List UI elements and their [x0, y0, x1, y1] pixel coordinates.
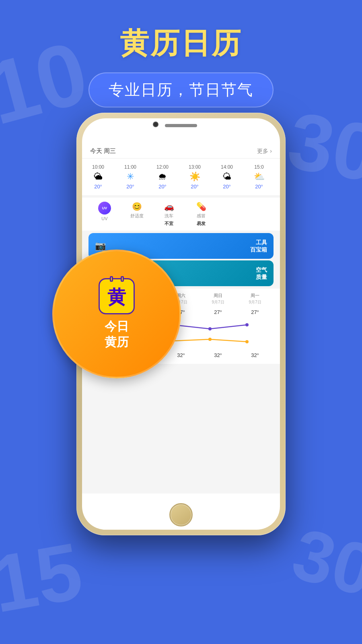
subtitle-pill: 专业日历，节日节气 [88, 72, 274, 107]
weather-more-link[interactable]: 更多 › [257, 148, 272, 155]
life-item-carwash: 🚗 洗车 不宜 [153, 202, 185, 227]
circle-text-line1: 今日 [105, 318, 129, 334]
circle-overlay: 黄 今日 黄历 [52, 250, 181, 378]
ring-left [110, 276, 113, 282]
circle-text-line2: 黄历 [105, 334, 129, 350]
home-button[interactable] [169, 503, 193, 526]
circle-text: 今日 黄历 [105, 318, 129, 350]
hourly-item-3: 13:00 ☀️ 20° [179, 163, 211, 191]
hourly-item-4: 14:00 🌤 20° [211, 163, 243, 191]
hourly-item-1: 11:00 ✳ 20° [114, 163, 146, 191]
day-col-3: 周日 9月7日 [200, 293, 237, 305]
watermark-2: 30 [281, 93, 362, 200]
home-button-inner [171, 504, 191, 525]
hourly-scroll: 10:00 🌥 20° 11:00 ✳ 20° 12:00 🌧 20° [82, 159, 280, 195]
calendar-rings [106, 276, 128, 282]
life-item-uv: UV UV [88, 202, 121, 227]
calendar-icon: 黄 [99, 278, 135, 314]
phone-wrapper: 今天 周三 更多 › 10:00 🌥 20° 11:00 ✳ 20° [76, 113, 286, 535]
ring-right [121, 276, 124, 282]
watermark-4: 30 [284, 512, 362, 613]
svg-point-3 [208, 327, 212, 330]
life-item-comfort: 😊 舒适度 [121, 202, 153, 227]
phone-speaker [165, 124, 197, 127]
svg-point-9 [245, 340, 249, 343]
svg-point-4 [245, 323, 249, 326]
day-col-4: 周一 9月7日 [237, 293, 274, 305]
weather-header: 今天 周三 更多 › [82, 142, 280, 159]
life-index: UV UV 😊 舒适度 🚗 洗车 不宜 💊 [82, 198, 280, 231]
header-section: 黄历日历 专业日历，节日节气 [0, 24, 362, 107]
hourly-item-2: 12:00 🌧 20° [146, 163, 179, 191]
watermark-3: 15 [0, 524, 89, 631]
hourly-item-5: 15:0 ⛅ 20° [243, 163, 275, 191]
life-item-cold: 💊 感冒 易发 [185, 202, 217, 227]
phone-camera [153, 122, 158, 127]
calendar-char: 黄 [107, 285, 126, 310]
main-title: 黄历日历 [0, 24, 362, 63]
svg-point-8 [208, 338, 212, 341]
hourly-item-0: 10:00 🌥 20° [82, 163, 114, 191]
weather-today-label: 今天 周三 [90, 147, 116, 155]
